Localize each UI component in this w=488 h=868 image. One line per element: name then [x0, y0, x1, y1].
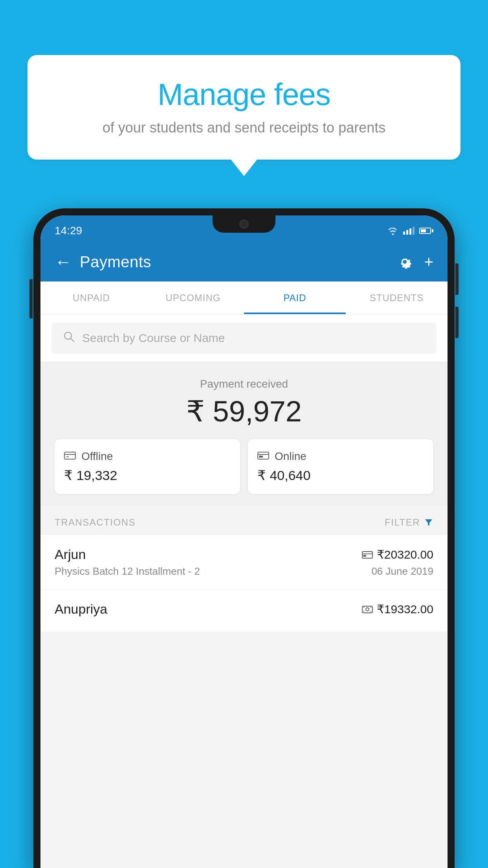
volume-button	[29, 279, 33, 318]
transaction-amount: ₹20320.00	[362, 548, 433, 561]
svg-line-1	[71, 338, 74, 342]
search-icon	[62, 330, 75, 346]
back-button[interactable]: ←	[55, 253, 72, 270]
header-actions: +	[396, 253, 433, 271]
filter-icon	[424, 518, 433, 527]
transactions-section-header: TRANSACTIONS FILTER	[40, 506, 448, 535]
payment-summary: Payment received ₹ 59,972 Offline	[40, 362, 448, 506]
transaction-date: 06 June 2019	[371, 565, 433, 577]
gear-icon[interactable]	[396, 253, 413, 270]
search-placeholder: Search by Course or Name	[82, 331, 225, 345]
transaction-row[interactable]: Arjun ₹20320.00 Physics Batch 12 Install…	[40, 535, 448, 590]
phone-screen: 14:29	[40, 215, 448, 868]
power-button-bottom	[455, 307, 459, 338]
online-amount: ₹ 40,640	[257, 467, 424, 483]
filter-label: FILTER	[385, 517, 420, 528]
transactions-label: TRANSACTIONS	[55, 517, 136, 528]
tab-paid[interactable]: PAID	[244, 281, 346, 314]
manage-fees-subtitle: of your students and send receipts to pa…	[51, 120, 437, 136]
online-label: Online	[275, 450, 306, 463]
svg-rect-9	[362, 552, 372, 558]
offline-label: Offline	[81, 450, 113, 463]
tab-upcoming[interactable]: UPCOMING	[142, 281, 244, 314]
svg-rect-2	[64, 452, 75, 459]
offline-payment-card: Offline ₹ 19,332	[55, 439, 240, 494]
battery-icon	[419, 228, 433, 234]
power-button-top	[455, 263, 459, 295]
filter-container[interactable]: FILTER	[385, 517, 433, 528]
signal-icon	[403, 227, 415, 235]
svg-rect-7	[259, 456, 263, 458]
student-name: Arjun	[55, 547, 86, 562]
header-title: Payments	[80, 253, 388, 271]
tab-unpaid[interactable]: UNPAID	[40, 281, 142, 314]
status-icons	[387, 226, 433, 235]
transaction-row[interactable]: Anupriya ₹19332.00	[40, 590, 448, 632]
online-payment-icon	[257, 450, 269, 463]
front-camera	[239, 219, 249, 229]
speech-bubble: Manage fees of your students and send re…	[28, 55, 460, 160]
online-payment-card: Online ₹ 40,640	[248, 439, 433, 494]
payment-total-amount: ₹ 59,972	[55, 394, 433, 428]
manage-fees-title: Manage fees	[51, 77, 437, 112]
phone-frame: 14:29	[33, 208, 455, 868]
student-name: Anupriya	[55, 601, 107, 617]
search-box[interactable]: Search by Course or Name	[51, 322, 437, 354]
status-time: 14:29	[55, 224, 82, 237]
card-payment-icon	[362, 550, 373, 559]
payment-cards: Offline ₹ 19,332 Onli	[55, 439, 433, 494]
wifi-icon	[387, 226, 398, 235]
transaction-amount: ₹19332.00	[362, 602, 433, 616]
search-container: Search by Course or Name	[40, 314, 448, 362]
svg-point-13	[366, 608, 369, 611]
offline-amount: ₹ 19,332	[64, 467, 231, 483]
add-button[interactable]: +	[424, 253, 433, 271]
svg-marker-8	[425, 519, 432, 526]
tab-students[interactable]: STUDENTS	[346, 281, 448, 314]
svg-rect-11	[363, 555, 366, 557]
speech-bubble-section: Manage fees of your students and send re…	[28, 55, 460, 160]
phone-notch	[213, 215, 275, 233]
app-header: ← Payments +	[40, 242, 448, 281]
payment-received-label: Payment received	[55, 378, 433, 390]
course-name: Physics Batch 12 Installment - 2	[55, 565, 200, 577]
cash-payment-icon	[362, 605, 373, 614]
tabs-bar: UNPAID UPCOMING PAID STUDENTS	[40, 281, 448, 314]
offline-payment-icon	[64, 450, 76, 463]
